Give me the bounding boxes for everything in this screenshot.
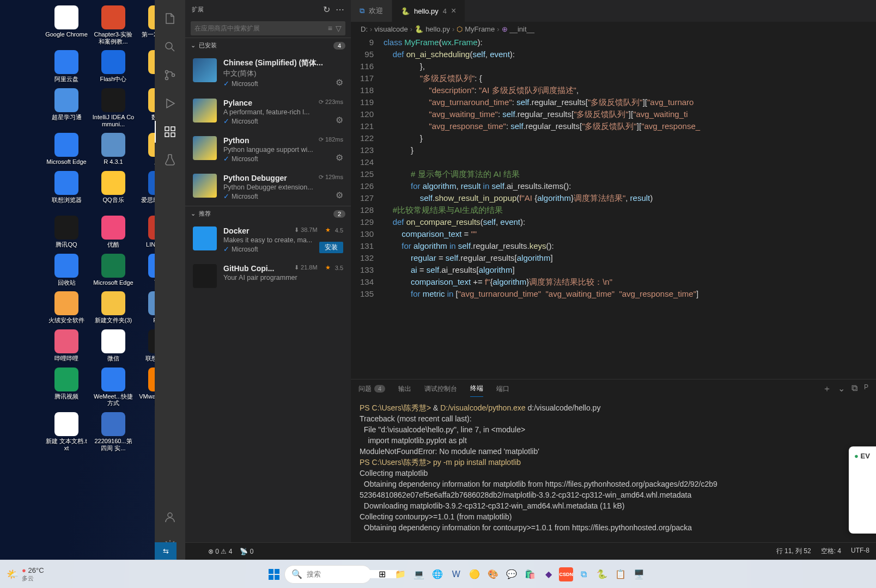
desktop-icon[interactable]: Microsoft Edge: [45, 133, 88, 166]
powershell-label[interactable]: P: [864, 383, 868, 395]
panel-tab-debug-console[interactable]: 调试控制台: [424, 381, 457, 397]
desktop-icon[interactable]: 新建文件夹(3): [92, 291, 135, 324]
csdn-icon[interactable]: CSDN: [559, 567, 573, 581]
vs-icon[interactable]: ◆: [540, 566, 557, 583]
tab-hello-py[interactable]: 🐍 hello.py 4 ×: [392, 0, 465, 22]
filter-lines-icon[interactable]: ≡: [328, 24, 332, 33]
desktop-icon[interactable]: 优酷: [92, 216, 135, 248]
desktop-icon[interactable]: 联想浏览器: [45, 171, 88, 210]
weather-widget[interactable]: 🌤️ ● 26°C 多云: [7, 566, 44, 583]
editor-tabs: ⧉ 欢迎 🐍 hello.py 4 ×: [351, 0, 876, 22]
extension-item[interactable]: Chinese (Simplified) (简体...中文(简体) ✓ Micr…: [185, 53, 351, 93]
panel-tab-ports[interactable]: 端口: [496, 381, 509, 397]
code-editor[interactable]: 9class MyFrame(wx.Frame):95 def on_ai_sc…: [351, 36, 876, 379]
desktop-icon[interactable]: R 4.3.1: [92, 133, 135, 166]
breadcrumb-part[interactable]: visualcode: [374, 25, 407, 33]
gear-icon[interactable]: ⚙: [336, 152, 343, 163]
desktop-icon[interactable]: 火绒安全软件: [45, 291, 88, 324]
gear-icon[interactable]: ⚙: [336, 115, 343, 125]
desktop-icon[interactable]: 腾讯QQ: [45, 216, 88, 248]
desktop-icon[interactable]: 腾讯视频: [45, 367, 88, 407]
python-file-icon: 🐍: [401, 7, 410, 15]
testing-icon[interactable]: [155, 146, 185, 174]
desktop-icon[interactable]: 回收站: [45, 254, 88, 286]
task-view-icon[interactable]: ⊞: [374, 566, 390, 583]
gear-icon[interactable]: ⚙: [336, 77, 343, 88]
vscode-taskbar-icon[interactable]: ⧉: [575, 566, 592, 583]
vmware-taskbar-icon[interactable]: 🖥️: [631, 566, 647, 583]
desktop-icon[interactable]: QQ音乐: [92, 171, 135, 210]
extension-item[interactable]: Python DebuggerPython Debugger extension…: [185, 168, 351, 206]
extension-search[interactable]: ≡ ▽: [191, 21, 345, 35]
remote-indicator[interactable]: ⇆: [155, 542, 177, 560]
word-icon[interactable]: W: [448, 566, 464, 583]
panel-tab-terminal[interactable]: 终端: [470, 381, 483, 397]
app-icon[interactable]: 📋: [612, 566, 629, 583]
run-debug-icon[interactable]: [155, 89, 185, 118]
desktop-icon[interactable]: WeMeet...快捷方式: [92, 367, 135, 407]
taskbar-search[interactable]: 🔍: [284, 565, 372, 584]
status-errors[interactable]: ⊗ 0 ⚠ 4: [208, 548, 232, 555]
start-button[interactable]: [266, 566, 282, 583]
desktop-icon[interactable]: IntelliJ IDEA Communi...: [92, 88, 135, 127]
search-icon[interactable]: [155, 33, 185, 61]
desktop-icon[interactable]: 哔哩哔哩: [45, 329, 88, 362]
breadcrumb-part[interactable]: MyFrame: [465, 25, 495, 33]
chrome-taskbar-icon[interactable]: 🟡: [466, 566, 483, 583]
recommended-count-badge: 2: [333, 210, 345, 218]
extension-item[interactable]: PythonPython language support wi... ✓ Mi…: [185, 131, 351, 168]
panel-tab-problems[interactable]: 问题4: [358, 381, 385, 397]
breadcrumb[interactable]: D:› visualcode› 🐍hello.py› ⬡MyFrame› ⊕__…: [351, 22, 876, 36]
desktop-icon[interactable]: Chapter3-实验和案例教...: [92, 5, 135, 45]
notification-popup[interactable]: ● EV: [849, 446, 876, 534]
edge-taskbar-icon[interactable]: 🌐: [429, 566, 446, 583]
terminal-output[interactable]: PS C:\Users\陈秀慧> & D:/visualcode/python.…: [351, 398, 876, 542]
status-ports[interactable]: 📡 0: [240, 548, 253, 555]
close-icon[interactable]: ×: [451, 6, 456, 16]
status-line-col[interactable]: 行 11, 列 52: [776, 547, 811, 556]
desktop-icon[interactable]: 22209160...第四周 实...: [92, 412, 135, 451]
wechat-taskbar-icon[interactable]: 💬: [503, 566, 520, 583]
breadcrumb-part[interactable]: hello.py: [425, 25, 450, 33]
svg-point-1: [166, 71, 168, 74]
panel-tab-output[interactable]: 输出: [398, 381, 411, 397]
status-spaces[interactable]: 空格: 4: [821, 547, 841, 556]
explorer-taskbar-icon[interactable]: 📁: [392, 566, 409, 583]
explorer-icon[interactable]: [155, 4, 185, 33]
breadcrumb-part[interactable]: D:: [361, 25, 368, 33]
desktop-icon[interactable]: Microsoft Edge: [92, 254, 135, 286]
lenovo-app-icon[interactable]: 💻: [411, 566, 427, 583]
extensions-icon[interactable]: [155, 118, 185, 146]
bottom-panel: 问题4 输出 调试控制台 终端 端口 ＋⌄ ⧉ P PS C:\Users\陈秀…: [351, 379, 876, 542]
desktop-icon[interactable]: 阿里云盘: [45, 50, 88, 83]
recommended-section-header[interactable]: ⌄ 推荐 2: [185, 206, 351, 221]
refresh-icon[interactable]: ↻: [323, 4, 330, 15]
desktop-icon[interactable]: Flash中心: [92, 50, 135, 83]
copilot-icon[interactable]: 🎨: [485, 566, 501, 583]
desktop-icon[interactable]: 新建 文本文档.txt: [45, 412, 88, 451]
svg-rect-4: [165, 127, 169, 131]
installed-section-header[interactable]: ⌄ 已安装 4: [185, 38, 351, 53]
install-button[interactable]: 安装: [319, 242, 343, 253]
store-icon[interactable]: 🛍️: [522, 566, 538, 583]
new-terminal-icon[interactable]: ＋: [823, 383, 831, 395]
chevron-down-icon[interactable]: ⌄: [838, 383, 845, 395]
more-icon[interactable]: ⋯: [336, 4, 344, 15]
extension-item[interactable]: DockerMakes it easy to create, ma... ✓ M…: [185, 221, 351, 259]
extension-item[interactable]: PylanceA performant, feature-rich l... ✓…: [185, 93, 351, 131]
filter-icon[interactable]: ▽: [336, 24, 342, 33]
split-terminal-icon[interactable]: ⧉: [851, 383, 857, 395]
gear-icon[interactable]: ⚙: [336, 190, 343, 200]
desktop-icon[interactable]: Google Chrome: [45, 5, 88, 45]
account-icon[interactable]: [155, 503, 185, 531]
breadcrumb-part[interactable]: __init__: [510, 25, 535, 33]
status-encoding[interactable]: UTF-8: [851, 547, 869, 556]
extension-item[interactable]: GitHub Copi...Your AI pair programmer ⬇ …: [185, 259, 351, 293]
desktop-icon[interactable]: 超星学习通: [45, 88, 88, 127]
status-bar: ⊗ 0 ⚠ 4 📡 0 行 11, 列 52 空格: 4 UTF-8: [185, 542, 876, 560]
source-control-icon[interactable]: [155, 61, 185, 89]
desktop-icon[interactable]: 微信: [92, 329, 135, 362]
extension-search-input[interactable]: [194, 24, 328, 32]
python-taskbar-icon[interactable]: 🐍: [594, 566, 610, 583]
tab-welcome[interactable]: ⧉ 欢迎: [351, 0, 392, 22]
